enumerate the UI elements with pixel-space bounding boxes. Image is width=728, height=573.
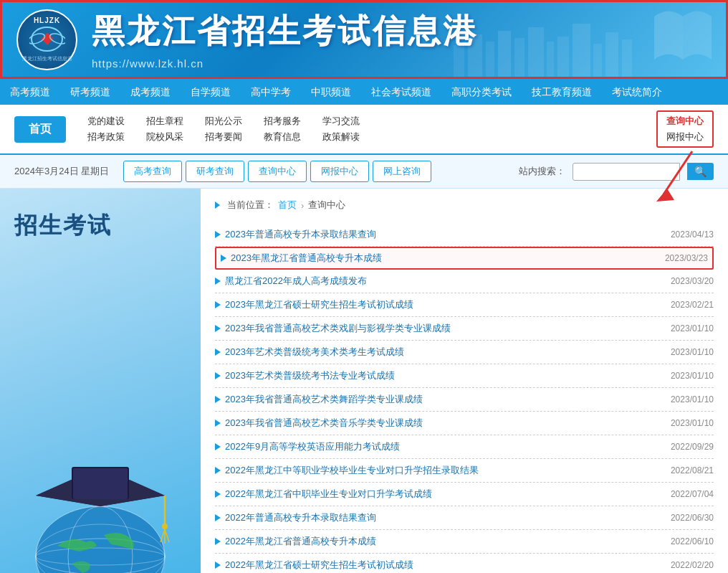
news-link[interactable]: 2022年黑龙江省硕士研究生招生考试初试成绩 bbox=[225, 559, 413, 572]
news-link[interactable]: 2022年黑龙江省普通高校专升本成绩 bbox=[225, 535, 376, 548]
news-link[interactable]: 2022年黑龙江省中职毕业生专业对口升学考试成绩 bbox=[225, 488, 432, 501]
news-date: 2022/06/10 bbox=[671, 536, 714, 546]
svg-rect-12 bbox=[605, 32, 618, 79]
breadcrumb-arrow-icon bbox=[215, 202, 220, 209]
nav-jiaoyu[interactable]: 教育信息 bbox=[264, 131, 301, 143]
news-bullet-icon bbox=[215, 420, 221, 427]
tab-report-center[interactable]: 网报中心 bbox=[310, 161, 369, 182]
news-item-left: 2022年普通高校专升本录取结果查询 bbox=[215, 511, 376, 524]
news-item: 2023年黑龙江省普通高校专升本成绩 2023/03/23 bbox=[215, 247, 714, 270]
news-item-left: 2023年艺术类普级统考书法专业考试成绩 bbox=[215, 369, 395, 382]
tab-online-consult[interactable]: 网上咨询 bbox=[373, 161, 431, 182]
nav-zhaosheng[interactable]: 招生章程 bbox=[146, 115, 183, 128]
nav-group-4: 招考服务 教育信息 bbox=[264, 115, 301, 143]
nav-dangde[interactable]: 党的建设 bbox=[87, 115, 125, 128]
news-item: 黑龙江省2022年成人高考成绩发布 2023/03/20 bbox=[215, 270, 714, 293]
illustration-svg bbox=[14, 424, 186, 573]
news-link[interactable]: 黑龙江省2022年成人高考成绩发布 bbox=[225, 275, 367, 288]
news-link[interactable]: 2023年我省普通高校艺术类戏剧与影视学类专业课成绩 bbox=[225, 322, 451, 335]
news-item-left: 2022年黑龙江中等职业学校毕业生专业对口升学招生录取结果 bbox=[215, 464, 479, 477]
nav-zhaokao-yaoweng[interactable]: 招考要闻 bbox=[205, 131, 242, 143]
main-content: 招生考试 bbox=[0, 189, 728, 573]
news-bullet-icon bbox=[215, 491, 221, 498]
news-date: 2022/07/04 bbox=[671, 489, 714, 499]
tab-yankan-query[interactable]: 研考查询 bbox=[186, 161, 244, 182]
news-bullet-icon bbox=[215, 467, 221, 474]
nav-group-3: 阳光公示 招考要闻 bbox=[205, 115, 242, 143]
news-item-left: 2023年艺术类普级统考美术类考生考试成绩 bbox=[215, 346, 404, 359]
nav-zhongzhi[interactable]: 中职频道 bbox=[301, 79, 361, 105]
news-link[interactable]: 2023年黑龙江省硕士研究生招生考试初试成绩 bbox=[225, 298, 413, 311]
news-link[interactable]: 2023年我省普通高校艺术类音乐学类专业课成绩 bbox=[225, 417, 423, 430]
news-date: 2023/01/10 bbox=[671, 323, 714, 333]
news-link[interactable]: 2023年黑龙江省普通高校专升本成绩 bbox=[231, 252, 382, 265]
nav-yankan[interactable]: 研考频道 bbox=[60, 79, 120, 105]
news-bullet-icon bbox=[215, 349, 221, 356]
news-item-left: 2022年黑龙江省普通高校专升本成绩 bbox=[215, 535, 376, 548]
news-link[interactable]: 2023年艺术类普级统考美术类考生考试成绩 bbox=[225, 346, 404, 359]
nav-shehui[interactable]: 社会考试频道 bbox=[361, 79, 441, 105]
news-bullet-icon bbox=[215, 301, 221, 308]
nav-gaozhi[interactable]: 高职分类考试 bbox=[441, 79, 522, 105]
nav-zixue[interactable]: 自学频道 bbox=[181, 79, 241, 105]
news-item: 2022年黑龙江省普通高校专升本成绩 2022/06/10 bbox=[215, 530, 714, 554]
report-center-link[interactable]: 网报中心 bbox=[666, 131, 704, 143]
news-item: 2023年黑龙江省硕士研究生招生考试初试成绩 2023/02/21 bbox=[215, 293, 714, 317]
home-button[interactable]: 首页 bbox=[14, 116, 66, 143]
logo-wings-svg bbox=[29, 28, 65, 49]
nav-chengkao[interactable]: 成考频道 bbox=[120, 79, 181, 105]
news-date: 2022/02/20 bbox=[671, 560, 714, 570]
news-item: 2022年黑龙江省硕士研究生招生考试初试成绩 2022/02/20 bbox=[215, 554, 714, 573]
right-content-panel: 当前位置： 首页 › 查询中心 2023年普通高校专升本录取结果查询 2023/… bbox=[201, 189, 728, 573]
tab-gaokao-query[interactable]: 高考查询 bbox=[123, 161, 182, 182]
search-label: 站内搜索： bbox=[519, 165, 565, 178]
svg-rect-10 bbox=[573, 24, 590, 79]
svg-rect-4 bbox=[486, 42, 494, 79]
svg-line-28 bbox=[161, 529, 165, 542]
nav-zhengce[interactable]: 政策解读 bbox=[322, 131, 360, 143]
news-link[interactable]: 2023年普通高校专升本录取结果查询 bbox=[225, 228, 376, 241]
news-link[interactable]: 2023年我省普通高校艺术类舞蹈学类专业课成绩 bbox=[225, 393, 423, 406]
news-item-left: 2023年黑龙江省硕士研究生招生考试初试成绩 bbox=[215, 298, 413, 311]
news-link[interactable]: 2022年9月高等学校英语应用能力考试成绩 bbox=[225, 440, 400, 453]
nav-fuwu[interactable]: 招考服务 bbox=[264, 115, 301, 128]
query-center-link[interactable]: 查询中心 bbox=[666, 115, 704, 128]
news-item-left: 2022年黑龙江省中职毕业生专业对口升学考试成绩 bbox=[215, 488, 432, 501]
nav-yangguang[interactable]: 阳光公示 bbox=[205, 115, 242, 128]
nav-xuexi[interactable]: 学习交流 bbox=[322, 115, 360, 128]
logo-emblem bbox=[29, 24, 65, 53]
news-item: 2023年我省普通高校艺术类戏剧与影视学类专业课成绩 2023/01/10 bbox=[215, 317, 714, 341]
news-link[interactable]: 2022年普通高校专升本录取结果查询 bbox=[225, 511, 376, 524]
nav-group-1: 党的建设 招考政策 bbox=[87, 115, 125, 143]
news-link[interactable]: 2022年黑龙江中等职业学校毕业生专业对口升学招生录取结果 bbox=[225, 464, 479, 477]
news-item: 2023年我省普通高校艺术类音乐学类专业课成绩 2023/01/10 bbox=[215, 412, 714, 435]
news-date: 2023/01/10 bbox=[671, 394, 714, 404]
news-bullet-icon bbox=[215, 514, 221, 521]
svg-rect-11 bbox=[593, 44, 602, 79]
nav-gaozhong[interactable]: 高中学考 bbox=[241, 79, 301, 105]
left-banner: 招生考试 bbox=[0, 189, 201, 573]
svg-rect-8 bbox=[547, 42, 554, 79]
breadcrumb-home[interactable]: 首页 bbox=[278, 199, 297, 212]
news-link[interactable]: 2023年艺术类普级统考书法专业考试成绩 bbox=[225, 369, 395, 382]
header-decoration bbox=[439, 2, 726, 79]
news-item-left: 2022年黑龙江省硕士研究生招生考试初试成绩 bbox=[215, 559, 413, 572]
tab-query-center[interactable]: 查询中心 bbox=[248, 161, 307, 182]
nav-gaokao[interactable]: 高考频道 bbox=[0, 79, 60, 105]
header-title-block: 黑龙江省招生考试信息港 https://www.lzk.hl.cn bbox=[92, 9, 478, 70]
news-item-left: 2023年我省普通高校艺术类舞蹈学类专业课成绩 bbox=[215, 393, 423, 406]
nav-jianjie[interactable]: 考试统简介 bbox=[602, 79, 672, 105]
news-bullet-icon bbox=[215, 538, 221, 545]
nav-zhaokao[interactable]: 招考政策 bbox=[87, 131, 125, 143]
nav-yuanxiao[interactable]: 院校风采 bbox=[146, 131, 183, 143]
news-date: 2023/01/10 bbox=[671, 347, 714, 357]
nav-jigong[interactable]: 技工教育频道 bbox=[522, 79, 602, 105]
svg-rect-13 bbox=[622, 39, 632, 79]
logo-small-text: 黑龙江招生考试信息港 bbox=[22, 55, 72, 62]
svg-point-16 bbox=[36, 506, 165, 573]
svg-rect-25 bbox=[73, 468, 128, 499]
svg-rect-9 bbox=[557, 37, 569, 79]
breadcrumb: 当前位置： 首页 › 查询中心 bbox=[215, 196, 714, 214]
breadcrumb-sep: › bbox=[301, 200, 304, 211]
news-date: 2022/06/30 bbox=[671, 513, 714, 523]
